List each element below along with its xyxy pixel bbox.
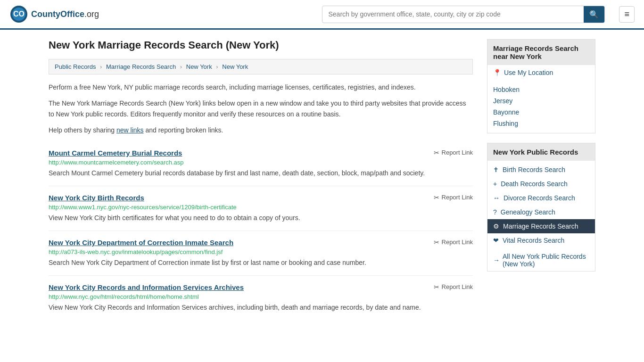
sidebar-location-hoboken[interactable]: Hoboken <box>493 86 520 93</box>
result-item: New York City Department of Correction I… <box>49 231 473 276</box>
breadcrumb-sep: › <box>100 63 102 70</box>
divorce-icon: ↔ <box>493 194 500 202</box>
svg-text:CO: CO <box>13 10 25 18</box>
result-url: http://www.nyc.gov/html/records/html/hom… <box>49 293 473 300</box>
breadcrumb-link-new-york-state[interactable]: New York <box>186 63 212 70</box>
description-1: Perform a free New York, NY public marri… <box>49 82 473 92</box>
search-bar: 🔍 <box>322 6 605 23</box>
sidebar-nearby-section: Marriage Records Search near New York 📍 … <box>487 39 595 133</box>
result-desc: Search New York City Department of Corre… <box>49 258 473 268</box>
breadcrumb-link-public-records[interactable]: Public Records <box>55 63 96 70</box>
sidebar-all-records: → All New York Public Records (New York) <box>487 249 595 271</box>
search-input[interactable] <box>322 7 584 22</box>
result-item: New York City Records and Information Se… <box>49 276 473 320</box>
report-link[interactable]: ✂ Report Link <box>434 194 473 201</box>
genealogy-icon: ? <box>493 208 497 216</box>
list-item: Jersey <box>487 95 595 107</box>
report-link[interactable]: ✂ Report Link <box>434 283 473 291</box>
list-item: Hoboken <box>487 84 595 95</box>
sidebar-location-list: Hoboken Jersey Bayonne Flushing <box>487 80 595 133</box>
search-icon: 🔍 <box>589 10 599 18</box>
logo-icon: CO <box>9 5 28 24</box>
new-links-link[interactable]: new links <box>116 126 144 134</box>
use-my-location-link[interactable]: 📍 Use My Location <box>487 65 595 80</box>
result-title[interactable]: New York City Department of Correction I… <box>49 239 233 247</box>
list-item: Flushing <box>487 118 595 129</box>
sidebar-marriage-records[interactable]: ⚙ Marriage Records Search <box>487 219 595 233</box>
result-title[interactable]: New York City Records and Information Se… <box>49 283 244 291</box>
vital-icon: ❤ <box>493 237 499 244</box>
sidebar-nearby-title: Marriage Records Search near New York <box>487 40 595 65</box>
sidebar-genealogy-search[interactable]: ? Genealogy Search <box>487 205 595 219</box>
list-item: ❤ Vital Records Search <box>487 233 595 247</box>
main-wrapper: New York Marriage Records Search (New Yo… <box>39 30 605 329</box>
marriage-icon: ⚙ <box>493 222 499 230</box>
sidebar-public-records-title: New York Public Records <box>487 143 595 161</box>
hamburger-icon: ≡ <box>624 9 629 19</box>
list-item: Bayonne <box>487 107 595 118</box>
arrow-icon: → <box>493 256 500 264</box>
menu-button[interactable]: ≡ <box>619 6 635 23</box>
result-desc: Search Mount Carmel Cemetery burial reco… <box>49 168 473 178</box>
list-item: + Death Records Search <box>487 177 595 191</box>
breadcrumb-sep: › <box>216 63 218 70</box>
result-item: New York City Birth Records ✂ Report Lin… <box>49 186 473 231</box>
sidebar-location-flushing[interactable]: Flushing <box>493 120 518 127</box>
description-2: The New York Marriage Records Search (Ne… <box>49 98 473 119</box>
result-desc: View New York City Records and Informati… <box>49 303 473 313</box>
result-url: http://www.mountcarmelcemetery.com/searc… <box>49 159 473 166</box>
sidebar-vital-records[interactable]: ❤ Vital Records Search <box>487 233 595 247</box>
page-title: New York Marriage Records Search (New Yo… <box>49 39 473 51</box>
logo-text: CountyOffice.org <box>31 9 99 19</box>
birth-icon: ✝ <box>493 166 499 173</box>
report-link[interactable]: ✂ Report Link <box>434 239 473 246</box>
header: CO CountyOffice.org 🔍 ≡ <box>0 0 644 30</box>
report-icon: ✂ <box>434 283 439 291</box>
logo[interactable]: CO CountyOffice.org <box>9 5 99 24</box>
list-item: ✝ Birth Records Search <box>487 163 595 177</box>
breadcrumb: Public Records › Marriage Records Search… <box>49 59 473 74</box>
list-item-active: ⚙ Marriage Records Search <box>487 219 595 233</box>
sidebar-public-records-section: New York Public Records ✝ Birth Records … <box>487 143 595 272</box>
search-button[interactable]: 🔍 <box>584 6 604 23</box>
breadcrumb-link-marriage-records[interactable]: Marriage Records Search <box>106 63 176 70</box>
report-link[interactable]: ✂ Report Link <box>434 149 473 156</box>
result-item: Mount Carmel Cemetery Burial Records ✂ R… <box>49 141 473 186</box>
list-item: ? Genealogy Search <box>487 205 595 219</box>
report-icon: ✂ <box>434 149 439 156</box>
sidebar-divorce-records[interactable]: ↔ Divorce Records Search <box>487 191 595 205</box>
sidebar: Marriage Records Search near New York 📍 … <box>487 39 595 320</box>
result-title[interactable]: New York City Birth Records <box>49 194 144 202</box>
sidebar-location-bayonne[interactable]: Bayonne <box>493 108 519 116</box>
result-url: http://www.www1.nyc.gov/nyc-resources/se… <box>49 204 473 211</box>
sidebar-birth-records[interactable]: ✝ Birth Records Search <box>487 163 595 177</box>
content: New York Marriage Records Search (New Yo… <box>49 39 473 320</box>
description-3: Help others by sharing new links and rep… <box>49 125 473 135</box>
result-url: http://a073-ils-web.nyc.gov/inmatelookup… <box>49 248 473 255</box>
report-icon: ✂ <box>434 239 439 246</box>
result-title[interactable]: Mount Carmel Cemetery Burial Records <box>49 149 182 157</box>
results: Mount Carmel Cemetery Burial Records ✂ R… <box>49 141 473 320</box>
sidebar-records-list: ✝ Birth Records Search + Death Records S… <box>487 161 595 249</box>
list-item: ↔ Divorce Records Search <box>487 191 595 205</box>
result-desc: View New York City birth certificates fo… <box>49 213 473 223</box>
breadcrumb-sep: › <box>180 63 182 70</box>
report-icon: ✂ <box>434 194 439 201</box>
sidebar-death-records[interactable]: + Death Records Search <box>487 177 595 191</box>
death-icon: + <box>493 180 497 188</box>
sidebar-location-jersey[interactable]: Jersey <box>493 97 512 105</box>
all-records-link[interactable]: → All New York Public Records (New York) <box>487 249 595 271</box>
breadcrumb-link-new-york-city[interactable]: New York <box>222 63 248 70</box>
location-pin-icon: 📍 <box>493 69 501 76</box>
